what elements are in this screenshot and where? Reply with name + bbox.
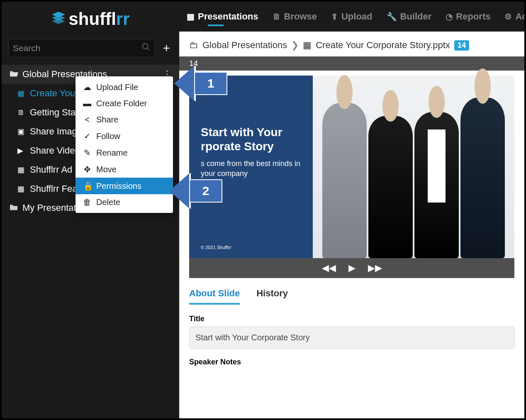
presentation-file-icon: ▦	[17, 89, 26, 98]
gear-icon: ⚙	[504, 12, 512, 22]
nav-label: Presentations	[198, 11, 258, 22]
slide-frame: Start with Your rporate Story s come fro…	[189, 76, 514, 278]
chevron-right-icon: ❯	[291, 40, 299, 51]
slide-preview[interactable]: Start with Your rporate Story s come fro…	[189, 76, 514, 258]
top-navigation: ▦ Presentations 🗎 Browse ⬆ Upload 🔧 Buil…	[179, 2, 524, 32]
folder-icon: ▬	[83, 99, 91, 108]
nav-label: Browse	[284, 11, 317, 22]
tab-about-slide[interactable]: About Slide	[189, 288, 240, 305]
chart-icon: ◔	[446, 12, 453, 22]
annotation-number: 2	[189, 179, 222, 203]
nav-builder[interactable]: 🔧 Builder	[386, 4, 433, 29]
playback-controls: ◀◀ ▶ ▶▶	[189, 258, 514, 278]
ctx-label: Move	[96, 165, 117, 174]
presentation-file-icon: ▦	[17, 184, 26, 193]
brand-logo[interactable]: shufflrr	[2, 2, 179, 37]
ctx-delete[interactable]: 🗑 Delete	[75, 194, 173, 210]
search-icon[interactable]	[141, 42, 151, 54]
ctx-label: Permissions	[96, 181, 141, 191]
slide-counter-bar: 14	[179, 56, 524, 71]
notes-label: Speaker Notes	[189, 358, 514, 366]
ctx-label: Upload File	[96, 83, 138, 92]
image-file-icon: ▣	[17, 127, 26, 136]
folder-icon: 🗀	[189, 40, 198, 51]
slide-text-panel: Start with Your rporate Story s come fro…	[189, 76, 313, 258]
folder-icon	[9, 203, 18, 213]
file-label: Share Imag	[30, 126, 77, 137]
person-figure	[322, 103, 367, 258]
ctx-follow[interactable]: ✓ Follow	[75, 128, 173, 144]
annotation-number: 1	[194, 72, 227, 95]
presentation-file-icon: ▦	[17, 165, 26, 174]
main-content: ▦ Presentations 🗎 Browse ⬆ Upload 🔧 Buil…	[179, 2, 524, 418]
svg-line-1	[147, 48, 150, 51]
title-label: Title	[189, 315, 514, 323]
search-input[interactable]	[13, 43, 141, 53]
file-label: Getting Sta	[30, 107, 75, 118]
wrench-icon: 🔧	[387, 12, 397, 22]
ctx-upload-file[interactable]: ☁ Upload File	[75, 79, 173, 95]
nav-label: Builder	[400, 11, 432, 22]
add-button[interactable]: +	[160, 41, 173, 55]
logo-icon	[51, 11, 66, 27]
breadcrumb-file[interactable]: Create Your Corporate Story.pptx	[316, 40, 450, 51]
file-label: Create You	[30, 88, 75, 99]
ctx-rename[interactable]: ✎ Rename	[75, 144, 173, 161]
video-file-icon: ▶	[17, 146, 26, 155]
slide-title: Start with Your rporate Story	[201, 125, 301, 153]
forward-button[interactable]: ▶▶	[368, 263, 382, 273]
person-figure	[460, 98, 505, 258]
ctx-label: Share	[96, 115, 118, 125]
pdf-file-icon: 🗎	[17, 108, 26, 117]
nav-label: Upload	[341, 11, 373, 22]
ctx-permissions[interactable]: 🔒 Permissions	[75, 178, 173, 194]
ctx-label: Create Folder	[96, 99, 147, 108]
slide-copyright: © 2021 Shufflrr	[201, 245, 301, 250]
ctx-label: Rename	[96, 148, 128, 158]
share-icon: <	[83, 115, 91, 125]
nav-admin[interactable]: ⚙ Adm	[504, 4, 524, 29]
nav-upload[interactable]: ⬆ Upload	[330, 4, 373, 29]
sidebar: shufflrr + Global Presentations ⋮ ▦	[2, 2, 179, 418]
file-icon: ▦	[303, 40, 312, 51]
title-input[interactable]	[189, 327, 514, 349]
lock-icon: 🔒	[83, 181, 91, 191]
breadcrumb: 🗀 Global Presentations ❯ ▦ Create Your C…	[179, 32, 524, 56]
annotation-arrow-1: 1	[174, 66, 227, 101]
nav-browse[interactable]: 🗎 Browse	[272, 4, 318, 29]
trash-icon: 🗑	[83, 198, 91, 207]
ctx-label: Follow	[96, 132, 120, 141]
presentations-icon: ▦	[187, 12, 195, 22]
file-label: Shufflrr Fea	[30, 183, 78, 194]
nav-reports[interactable]: ◔ Reports	[445, 4, 491, 29]
folder-open-icon	[9, 70, 18, 79]
svg-point-0	[143, 44, 148, 49]
upload-icon: ☁	[83, 82, 91, 92]
ctx-label: Delete	[96, 198, 120, 207]
logo-text: shufflrr	[68, 9, 129, 29]
annotation-arrow-2: 2	[169, 173, 222, 208]
tab-history[interactable]: History	[256, 288, 288, 305]
nav-label: Adm	[515, 11, 524, 22]
file-label: Share Video	[30, 145, 80, 156]
slide-form: Title Speaker Notes	[179, 305, 524, 380]
nav-label: Reports	[456, 11, 490, 22]
ctx-share[interactable]: < Share	[75, 112, 173, 128]
rewind-button[interactable]: ◀◀	[322, 263, 336, 273]
upload-icon: ⬆	[331, 12, 338, 22]
ctx-create-folder[interactable]: ▬ Create Folder	[75, 95, 173, 112]
file-label: Shufflrr Ad	[30, 164, 72, 175]
person-figure	[368, 116, 413, 258]
ctx-move[interactable]: ✥ Move	[75, 161, 173, 178]
detail-tabs: About Slide History	[179, 278, 524, 305]
search-box[interactable]	[8, 39, 155, 57]
slide-count-badge: 14	[454, 40, 469, 51]
nav-presentations[interactable]: ▦ Presentations	[186, 4, 259, 29]
check-icon: ✓	[83, 131, 91, 141]
folder-context-menu: ☁ Upload File ▬ Create Folder < Share ✓ …	[75, 76, 173, 213]
slide-image-panel	[313, 76, 514, 258]
play-button[interactable]: ▶	[348, 263, 356, 273]
breadcrumb-folder[interactable]: Global Presentations	[202, 40, 287, 51]
edit-icon: ✎	[83, 148, 91, 158]
browse-icon: 🗎	[273, 12, 281, 22]
